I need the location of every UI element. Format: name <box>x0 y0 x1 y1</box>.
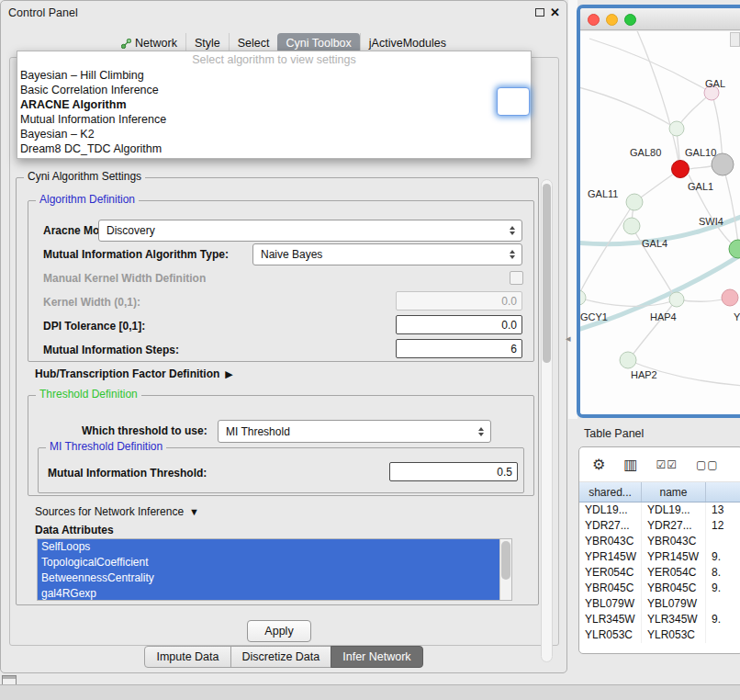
cell: YBL079W <box>579 596 642 612</box>
deselect-all-rows-icon[interactable]: ▢▢ <box>696 459 719 470</box>
scrollbar-thumb[interactable] <box>501 541 510 580</box>
mac-zoom-button[interactable] <box>624 14 636 26</box>
node-label: SWI4 <box>699 216 723 227</box>
panel-collapse-arrow-icon[interactable]: ◂ <box>566 333 571 344</box>
dropdown-item[interactable]: Mutual Information Inference <box>17 112 531 127</box>
tab-infer-network[interactable]: Infer Network <box>331 646 422 668</box>
network-window-titlebar <box>580 8 740 30</box>
table-row[interactable]: YBR045CYBR045C9. <box>579 581 740 596</box>
table-panel-window: ⚙ ▥ ☑☑ ▢▢ shared... name YDL19...YDL19..… <box>578 446 740 654</box>
algorithm-dropdown-popup: Select algorithm to view settings Bayesi… <box>17 51 532 159</box>
network-scrollbar-box[interactable] <box>730 32 740 47</box>
table-row[interactable]: YLR345WYLR345W9. <box>579 612 740 627</box>
table-body: YDL19...YDL19...13 YDR27...YDR27...12 YB… <box>579 502 740 643</box>
cell <box>706 627 740 643</box>
network-node[interactable] <box>722 289 738 306</box>
tab-impute-data[interactable]: Impute Data <box>144 646 230 668</box>
list-scrollbar[interactable] <box>499 539 511 600</box>
table-row[interactable]: YBR043CYBR043C <box>579 534 740 549</box>
list-item[interactable]: TopologicalCoefficient <box>38 555 499 570</box>
algorithm-combobox[interactable] <box>497 87 530 116</box>
list-item[interactable]: gal4RGexp <box>38 586 499 601</box>
network-canvas[interactable]: GAL GAL80 GAL10 GAL11 GAL1 SWI4 GAL4 GCY… <box>580 31 740 414</box>
apply-button[interactable]: Apply <box>247 620 311 642</box>
gear-icon[interactable]: ⚙ <box>592 457 605 472</box>
network-graph: GAL GAL80 GAL10 GAL11 GAL1 SWI4 GAL4 GCY… <box>580 31 740 418</box>
network-node[interactable] <box>580 290 586 305</box>
cell: YDL19... <box>642 502 706 518</box>
dropdown-item[interactable]: Dream8 DC_TDC Algorithm <box>17 141 531 156</box>
mi-type-label: Mutual Information Algorithm Type: <box>43 248 229 261</box>
table-row[interactable]: YDR27...YDR27...12 <box>579 518 740 534</box>
dpi-tolerance-field[interactable] <box>396 315 522 334</box>
node-label: Y <box>734 311 740 322</box>
list-item[interactable]: SelfLoops <box>38 539 499 555</box>
mi-type-value: Naive Bayes <box>261 248 506 261</box>
network-node[interactable] <box>620 352 636 368</box>
select-columns-icon[interactable]: ▥ <box>623 457 637 472</box>
cell: YBR045C <box>642 581 706 596</box>
table-row[interactable]: YDL19...YDL19...13 <box>579 502 740 518</box>
dropdown-item[interactable]: Bayesian – Hill Climbing <box>17 68 531 83</box>
mi-threshold-field[interactable] <box>389 462 518 481</box>
table-panel-title: Table Panel <box>584 427 644 440</box>
cell: YPR145W <box>579 549 642 565</box>
node-label: GAL4 <box>642 238 667 249</box>
cell: YLR053C <box>579 627 642 643</box>
column-header[interactable]: name <box>642 482 706 502</box>
column-header[interactable] <box>706 482 740 502</box>
dropdown-item[interactable]: Bayesian – K2 <box>17 127 531 141</box>
network-node-labels: GAL GAL80 GAL10 GAL11 GAL1 SWI4 GAL4 GCY… <box>580 78 740 380</box>
cell: 8. <box>706 565 740 581</box>
cell: 13 <box>706 502 740 518</box>
mi-steps-field[interactable] <box>396 339 522 358</box>
table-row[interactable]: YBL079WYBL079W <box>579 596 740 612</box>
hub-definition-expander[interactable]: Hub/Transcription Factor Definition ▶ <box>35 367 233 380</box>
cell <box>706 596 740 612</box>
which-threshold-combobox[interactable]: MI Threshold <box>218 420 491 443</box>
mi-type-combobox[interactable]: Naive Bayes <box>252 243 522 265</box>
list-item[interactable]: BetweennessCentrality <box>38 570 499 586</box>
stepper-icon <box>475 427 488 436</box>
expander-right-icon: ▶ <box>225 368 232 380</box>
network-node[interactable] <box>623 218 640 234</box>
cell: YLR345W <box>642 612 706 627</box>
select-all-rows-icon[interactable]: ☑☑ <box>656 459 678 470</box>
sources-expander[interactable]: Sources for Network Inference ▼ <box>35 505 199 518</box>
cell: YBR043C <box>579 534 642 549</box>
network-node[interactable] <box>672 161 690 178</box>
close-icon[interactable]: ✕ <box>550 6 560 19</box>
node-label: GAL1 <box>688 181 713 192</box>
network-node[interactable] <box>626 194 643 210</box>
dpi-tolerance-label: DPI Tolerance [0,1]: <box>43 320 145 333</box>
mac-minimize-button[interactable] <box>606 14 618 26</box>
table-toolbar: ⚙ ▥ ☑☑ ▢▢ <box>579 447 740 482</box>
column-header[interactable]: shared... <box>579 482 642 502</box>
node-label: GAL11 <box>588 188 618 199</box>
settings-scrollbar[interactable] <box>541 179 553 662</box>
cyni-algorithm-settings-group: Cyni Algorithm Settings Algorithm Defini… <box>16 177 539 605</box>
sources-label: Sources for Network Inference <box>35 505 184 518</box>
table-row[interactable]: YPR145WYPR145W9. <box>579 549 740 565</box>
dropdown-item-selected[interactable]: ARACNE Algorithm <box>17 97 531 112</box>
mi-threshold-group-title: MI Threshold Definition <box>46 440 166 453</box>
cyni-bottom-tab-bar: Impute Data Discretize Data Infer Networ… <box>1 646 566 668</box>
scrollbar-thumb[interactable] <box>543 184 551 363</box>
table-row[interactable]: YER054CYER054C8. <box>579 565 740 581</box>
network-node[interactable] <box>669 292 684 307</box>
aracne-mode-combobox[interactable]: Discovery <box>98 220 522 242</box>
algorithm-definition-title: Algorithm Definition <box>36 193 139 206</box>
manual-kernel-checkbox[interactable] <box>510 271 523 285</box>
dropdown-item[interactable]: Basic Correlation Inference <box>17 83 531 97</box>
tab-discretize-data[interactable]: Discretize Data <box>230 646 332 668</box>
kernel-width-field[interactable] <box>396 291 522 310</box>
cell: YDR27... <box>642 518 706 534</box>
mi-threshold-label: Mutual Information Threshold: <box>48 467 207 480</box>
cell: YER054C <box>642 565 706 581</box>
mac-close-button[interactable] <box>588 14 600 26</box>
table-row[interactable]: YLR053CYLR053C <box>579 627 740 643</box>
cell: YDR27... <box>579 518 642 534</box>
float-window-icon[interactable] <box>535 8 544 17</box>
network-node[interactable] <box>669 121 684 136</box>
node-label: GAL10 <box>685 147 716 158</box>
